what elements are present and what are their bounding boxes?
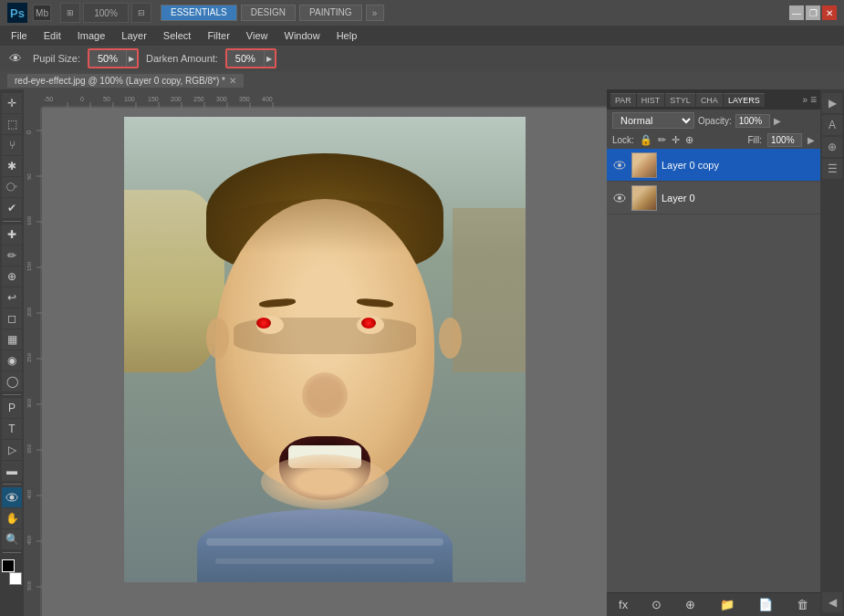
tab-essentials[interactable]: ESSENTIALS [161, 5, 237, 21]
menu-window[interactable]: Window [277, 28, 328, 43]
layer-0-thumb [631, 185, 657, 211]
menu-file[interactable]: File [4, 28, 35, 43]
svg-text:400: 400 [26, 489, 32, 499]
tool-red-eye[interactable] [2, 487, 22, 507]
menu-layer[interactable]: Layer [114, 28, 154, 43]
tool-quick-select[interactable]: ✱ [2, 156, 22, 176]
menu-view[interactable]: View [239, 28, 276, 43]
delete-layer-button[interactable]: 🗑 [792, 596, 813, 613]
close-button[interactable]: ✕ [822, 5, 837, 20]
strip-btn-2[interactable]: A [822, 115, 842, 135]
panel-options-arrow[interactable]: ≡ [810, 93, 817, 106]
strip-btn-3[interactable]: ⊕ [822, 137, 842, 157]
shirt [197, 509, 453, 582]
menu-image[interactable]: Image [70, 28, 113, 43]
nose [302, 372, 348, 418]
pupil-size-input[interactable] [89, 50, 126, 67]
new-group-button[interactable]: 📁 [715, 596, 739, 613]
panel-tab-styl[interactable]: STYL [665, 93, 695, 107]
svg-text:100: 100 [124, 96, 135, 102]
strip-btn-4[interactable]: ☰ [822, 159, 842, 179]
lock-position-icon[interactable]: 🔒 [640, 134, 652, 146]
panel-tab-hist[interactable]: HIST [637, 93, 665, 107]
pupil-size-control: ▶ [88, 48, 139, 68]
tab-painting[interactable]: PAINTING [299, 5, 361, 21]
layers-panel: Normal Opacity: ▶ Lock: 🔒 ✏ ✛ ⊕ Fill: ▶ [607, 110, 820, 616]
lock-all-icon[interactable]: ⊕ [685, 134, 693, 146]
document-tab-close[interactable]: ✕ [229, 76, 236, 86]
menu-help[interactable]: Help [329, 28, 365, 43]
add-style-button[interactable]: fx [614, 596, 632, 613]
tool-gradient[interactable]: ▦ [2, 329, 22, 350]
menu-select[interactable]: Select [156, 28, 199, 43]
tool-move[interactable]: ✛ [2, 93, 22, 113]
tool-path-select[interactable]: ▷ [2, 440, 22, 460]
bg-right [453, 208, 526, 372]
layer-0-copy-visibility[interactable] [612, 158, 627, 172]
lock-pixel-icon[interactable]: ✏ [658, 134, 666, 146]
tool-eyedropper[interactable]: ✔ [2, 198, 22, 218]
darken-amount-input[interactable] [227, 50, 264, 67]
blend-mode-select[interactable]: Normal [612, 112, 694, 129]
ps-right-strip: ▶ A ⊕ ☰ ◀ [820, 89, 844, 616]
tool-crop[interactable]: ⧂ [2, 177, 22, 197]
workspace-selector[interactable]: ⊞ [60, 3, 80, 23]
minimize-button[interactable]: — [789, 5, 804, 20]
document-tab[interactable]: red-eye-effect.jpg @ 100% (Layer 0 copy,… [7, 74, 244, 88]
tool-healing[interactable]: ✚ [2, 224, 22, 245]
menu-edit[interactable]: Edit [36, 28, 68, 43]
strip-btn-collapse[interactable]: ◀ [822, 592, 842, 612]
tool-hand[interactable]: ✋ [2, 508, 22, 528]
foreground-color[interactable] [2, 559, 15, 572]
tool-dodge[interactable]: ◯ [2, 371, 22, 392]
canvas-inner [124, 117, 526, 582]
tool-blur[interactable]: ◉ [2, 350, 22, 371]
tool-brush[interactable]: ✏ [2, 245, 22, 266]
lock-move-icon[interactable]: ✛ [672, 134, 680, 146]
opacity-arrow[interactable]: ▶ [774, 116, 781, 126]
svg-text:100: 100 [26, 215, 32, 225]
tool-eraser[interactable]: ◻ [2, 308, 22, 329]
restore-button[interactable]: ❐ [806, 5, 820, 20]
fill-arrow[interactable]: ▶ [808, 135, 815, 145]
ruler-top: -50 0 50 100 150 200 250 300 350 400 [42, 89, 607, 108]
panel-tab-cha[interactable]: CHA [696, 93, 723, 107]
red-eye-right [361, 318, 376, 329]
zoom-display[interactable]: 100% [83, 3, 129, 23]
panel-tab-par[interactable]: PAR [610, 93, 636, 107]
left-toolbar: ✛ ⬚ ⑂ ✱ ⧂ ✔ ✚ ✏ ⊕ ↩ ◻ ▦ ◉ ◯ P T ▷ ▬ ✋ 🔍 [0, 89, 24, 616]
tool-zoom[interactable]: 🔍 [2, 529, 22, 549]
more-workspaces[interactable]: » [366, 5, 384, 21]
fill-input[interactable] [767, 133, 802, 147]
tool-stamp[interactable]: ⊕ [2, 266, 22, 287]
layer-item-0[interactable]: Layer 0 [607, 182, 820, 214]
pupil-size-arrow[interactable]: ▶ [126, 50, 137, 67]
document-canvas[interactable] [42, 108, 607, 616]
photo-canvas[interactable] [124, 117, 526, 582]
background-color[interactable] [9, 572, 22, 585]
tool-rectangle-select[interactable]: ⬚ [2, 114, 22, 134]
svg-point-49 [618, 163, 621, 167]
menu-filter[interactable]: Filter [200, 28, 236, 43]
main-area: ✛ ⬚ ⑂ ✱ ⧂ ✔ ✚ ✏ ⊕ ↩ ◻ ▦ ◉ ◯ P T ▷ ▬ ✋ 🔍 [0, 89, 844, 616]
new-fill-button[interactable]: ⊕ [681, 596, 700, 613]
opacity-input[interactable] [735, 114, 770, 128]
panel-tab-more[interactable]: » [802, 95, 808, 105]
tab-design[interactable]: DESIGN [241, 5, 296, 21]
tool-history-brush[interactable]: ↩ [2, 287, 22, 308]
foreground-background-colors[interactable] [2, 559, 22, 585]
tool-pen[interactable]: P [2, 398, 22, 418]
layer-item-0-copy[interactable]: Layer 0 copy [607, 149, 820, 182]
panel-tab-layers[interactable]: LAYERS [724, 93, 765, 107]
strip-btn-1[interactable]: ▶ [822, 93, 842, 113]
tool-shape[interactable]: ▬ [2, 461, 22, 481]
new-layer-button[interactable]: 📄 [754, 596, 777, 613]
add-mask-button[interactable]: ⊙ [647, 596, 666, 613]
tool-type[interactable]: T [2, 419, 22, 439]
svg-text:350: 350 [239, 96, 250, 102]
ruler-left: 0 50 100 150 200 250 300 350 400 [24, 108, 42, 616]
layer-0-visibility[interactable] [612, 191, 627, 205]
tool-lasso[interactable]: ⑂ [2, 135, 22, 155]
view-toggle[interactable]: ⊟ [131, 3, 151, 23]
darken-amount-arrow[interactable]: ▶ [264, 50, 275, 67]
